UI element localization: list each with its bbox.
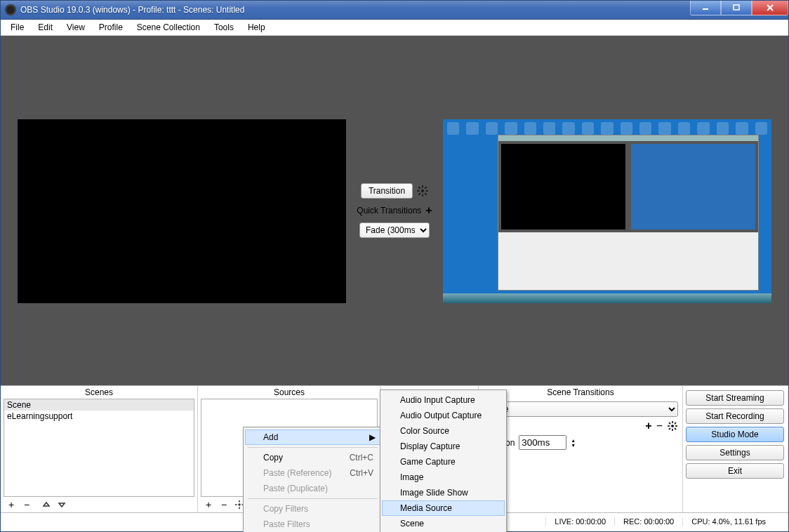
minimize-button[interactable] bbox=[690, 1, 721, 15]
menu-file[interactable]: File bbox=[5, 21, 29, 34]
scene-item[interactable]: eLearningsupport bbox=[4, 411, 194, 422]
transition-controls: Transition Quick Transitions + Fade (300… bbox=[356, 39, 433, 383]
transition-select[interactable]: Fade bbox=[483, 401, 678, 417]
scene-up-button[interactable] bbox=[39, 498, 54, 512]
start-streaming-button[interactable]: Start Streaming bbox=[686, 390, 784, 406]
menu-help[interactable]: Help bbox=[242, 21, 271, 34]
svg-point-34 bbox=[671, 425, 674, 427]
svg-line-42 bbox=[669, 428, 670, 430]
transition-remove-button[interactable]: − bbox=[656, 420, 663, 432]
add-source-image-slide-show[interactable]: Image Slide Show bbox=[382, 485, 505, 500]
window-title: OBS Studio 19.0.3 (windows) - Profile: t… bbox=[20, 5, 690, 15]
add-source-audio-output-capture[interactable]: Audio Output Capture bbox=[382, 408, 505, 423]
svg-line-7 bbox=[418, 187, 420, 189]
ctx-copy-filters: Copy Filters bbox=[245, 501, 380, 517]
add-source-scene[interactable]: Scene bbox=[382, 516, 505, 531]
svg-line-10 bbox=[418, 193, 420, 195]
quick-transition-select[interactable]: Fade (300ms) bbox=[359, 222, 430, 238]
exit-button[interactable]: Exit bbox=[686, 463, 784, 479]
close-button[interactable] bbox=[752, 1, 788, 15]
ctx-copy[interactable]: CopyCtrl+C bbox=[245, 450, 380, 465]
scene-item[interactable]: Scene bbox=[4, 399, 194, 411]
menubar: File Edit View Profile Scene Collection … bbox=[1, 20, 788, 36]
scenes-list[interactable]: Scene eLearningsupport bbox=[4, 399, 194, 497]
ctx-paste-filters: Paste Filters bbox=[245, 517, 380, 532]
program-output-content bbox=[443, 119, 771, 303]
add-source-image[interactable]: Image bbox=[382, 470, 505, 485]
svg-rect-1 bbox=[734, 5, 739, 10]
add-source-submenu: Audio Input CaptureAudio Output CaptureC… bbox=[380, 390, 507, 532]
source-add-button[interactable]: + bbox=[201, 498, 216, 512]
studio-mode-button[interactable]: Studio Mode bbox=[686, 427, 784, 442]
status-live: LIVE: 00:00:00 bbox=[545, 517, 614, 526]
scene-down-button[interactable] bbox=[54, 498, 69, 512]
sources-context-menu: Add▶ CopyCtrl+C Paste (Reference)Ctrl+V … bbox=[243, 427, 383, 532]
add-source-color-source[interactable]: Color Source bbox=[382, 423, 505, 439]
svg-line-9 bbox=[425, 187, 427, 189]
sources-header: Sources bbox=[198, 386, 380, 399]
add-source-game-capture[interactable]: Game Capture bbox=[382, 454, 505, 470]
status-rec: REC: 00:00:00 bbox=[614, 517, 682, 526]
svg-point-11 bbox=[238, 503, 241, 506]
svg-point-2 bbox=[421, 189, 424, 192]
menu-scene-collection[interactable]: Scene Collection bbox=[131, 21, 206, 34]
svg-line-40 bbox=[675, 428, 676, 430]
svg-rect-0 bbox=[703, 8, 708, 10]
svg-line-8 bbox=[425, 193, 427, 195]
preview-left[interactable] bbox=[4, 39, 353, 383]
scene-add-button[interactable]: + bbox=[4, 498, 19, 512]
scene-transitions-header: Scene Transitions bbox=[479, 386, 682, 399]
control-buttons: Start Streaming Start Recording Studio M… bbox=[683, 386, 788, 512]
add-source-media-source[interactable]: Media Source bbox=[382, 500, 505, 516]
ctx-paste-dup: Paste (Duplicate) bbox=[245, 481, 380, 496]
scenes-header: Scenes bbox=[1, 386, 197, 399]
status-cpu: CPU: 4.0%, 11.61 fps bbox=[682, 517, 774, 526]
menu-edit[interactable]: Edit bbox=[32, 21, 58, 34]
menu-profile[interactable]: Profile bbox=[93, 21, 128, 34]
ctx-add[interactable]: Add▶ bbox=[245, 430, 380, 445]
preview-right[interactable] bbox=[436, 39, 785, 383]
gear-icon[interactable] bbox=[667, 420, 678, 432]
menu-view[interactable]: View bbox=[61, 21, 91, 34]
start-recording-button[interactable]: Start Recording bbox=[686, 408, 784, 424]
menu-tools[interactable]: Tools bbox=[208, 21, 239, 34]
duration-input[interactable] bbox=[519, 435, 566, 450]
preview-left-canvas bbox=[18, 119, 346, 303]
spinner-icon[interactable]: ▲▼ bbox=[571, 438, 576, 448]
transition-add-button[interactable]: + bbox=[645, 420, 651, 432]
ctx-paste-ref: Paste (Reference)Ctrl+V bbox=[245, 465, 380, 481]
add-source-audio-input-capture[interactable]: Audio Input Capture bbox=[382, 392, 505, 408]
svg-line-41 bbox=[675, 423, 676, 424]
add-source-display-capture[interactable]: Display Capture bbox=[382, 439, 505, 454]
transition-button[interactable]: Transition bbox=[361, 183, 413, 199]
maximize-button[interactable] bbox=[721, 1, 752, 15]
quick-transitions-label: Quick Transitions bbox=[357, 206, 421, 215]
svg-line-39 bbox=[669, 423, 670, 424]
app-icon bbox=[5, 4, 16, 15]
settings-button[interactable]: Settings bbox=[686, 445, 784, 460]
scene-remove-button[interactable]: − bbox=[19, 498, 34, 512]
plus-icon[interactable]: + bbox=[425, 204, 432, 217]
source-remove-button[interactable]: − bbox=[216, 498, 232, 512]
gear-icon[interactable] bbox=[417, 185, 428, 197]
